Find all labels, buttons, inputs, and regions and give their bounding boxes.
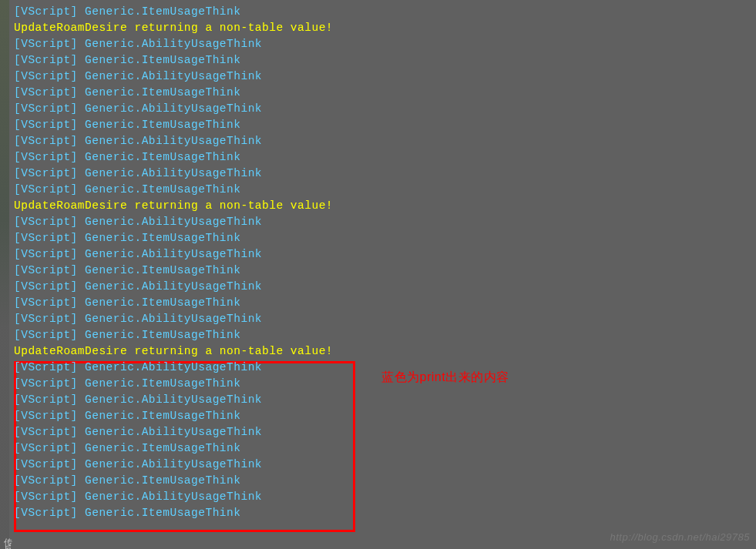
script-tag: [VScript] bbox=[14, 280, 85, 293]
console-line: [VScript] Generic.ItemUsageThink bbox=[14, 4, 756, 20]
script-tag: [VScript] bbox=[14, 361, 85, 373]
console-line: [VScript] Generic.ItemUsageThink bbox=[14, 295, 756, 311]
script-tag: [VScript] bbox=[14, 135, 85, 147]
console-line: [VScript] Generic.ItemUsageThink bbox=[14, 52, 756, 69]
console-line: [VScript] Generic.AbilityUsageThink bbox=[14, 133, 756, 149]
console-line: [VScript] Generic.ItemUsageThink bbox=[14, 182, 756, 198]
console-line: [VScript] Generic.AbilityUsageThink bbox=[14, 489, 756, 505]
script-message: Generic.AbilityUsageThink bbox=[85, 248, 262, 260]
script-message: Generic.ItemUsageThink bbox=[85, 151, 240, 163]
script-message: Generic.ItemUsageThink bbox=[85, 442, 240, 454]
script-message: Generic.ItemUsageThink bbox=[85, 410, 240, 422]
script-tag: [VScript] bbox=[14, 313, 85, 325]
script-tag: [VScript] bbox=[14, 507, 85, 519]
script-tag: [VScript] bbox=[14, 264, 85, 276]
watermark-text: http://blog.csdn.net/hai29785 bbox=[610, 531, 750, 543]
script-message: Generic.AbilityUsageThink bbox=[85, 490, 262, 503]
console-line: [VScript] Generic.ItemUsageThink bbox=[14, 230, 756, 246]
console-line: [VScript] Generic.AbilityUsageThink bbox=[14, 69, 756, 85]
script-message: Generic.ItemUsageThink bbox=[85, 86, 240, 99]
console-line: [VScript] Generic.ItemUsageThink bbox=[14, 117, 756, 133]
script-tag: [VScript] bbox=[14, 296, 85, 309]
script-message: Generic.ItemUsageThink bbox=[85, 232, 240, 244]
script-message: Generic.AbilityUsageThink bbox=[85, 458, 262, 470]
script-tag: [VScript] bbox=[14, 377, 85, 390]
script-tag: [VScript] bbox=[14, 490, 85, 503]
script-tag: [VScript] bbox=[14, 248, 85, 260]
console-line: [VScript] Generic.AbilityUsageThink bbox=[14, 246, 756, 263]
script-message: Generic.AbilityUsageThink bbox=[85, 361, 262, 373]
script-tag: [VScript] bbox=[14, 102, 85, 115]
console-line: [VScript] Generic.ItemUsageThink bbox=[14, 408, 756, 424]
script-tag: [VScript] bbox=[14, 393, 85, 406]
script-tag: [VScript] bbox=[14, 54, 85, 66]
console-output[interactable]: [VScript] Generic.ItemUsageThinkUpdateRo… bbox=[14, 4, 756, 521]
console-line: [VScript] Generic.ItemUsageThink bbox=[14, 149, 756, 166]
script-tag: [VScript] bbox=[14, 426, 85, 438]
console-line: [VScript] Generic.AbilityUsageThink bbox=[14, 101, 756, 117]
console-line: UpdateRoamDesire returning a non-table v… bbox=[14, 198, 756, 214]
script-message: Generic.AbilityUsageThink bbox=[85, 426, 262, 438]
console-line: [VScript] Generic.ItemUsageThink bbox=[14, 327, 756, 343]
console-line: [VScript] Generic.AbilityUsageThink bbox=[14, 36, 756, 52]
script-tag: [VScript] bbox=[14, 474, 85, 487]
script-message: Generic.AbilityUsageThink bbox=[85, 280, 262, 293]
script-tag: [VScript] bbox=[14, 151, 85, 163]
script-message: Generic.ItemUsageThink bbox=[85, 377, 240, 390]
script-message: Generic.AbilityUsageThink bbox=[85, 70, 262, 82]
console-line: [VScript] Generic.AbilityUsageThink bbox=[14, 457, 756, 473]
console-line: [VScript] Generic.AbilityUsageThink bbox=[14, 166, 756, 182]
script-tag: [VScript] bbox=[14, 329, 85, 341]
console-line: [VScript] Generic.AbilityUsageThink bbox=[14, 311, 756, 327]
left-window-edge bbox=[0, 0, 9, 549]
script-tag: [VScript] bbox=[14, 86, 85, 99]
script-tag: [VScript] bbox=[14, 70, 85, 82]
script-message: Generic.AbilityUsageThink bbox=[85, 38, 262, 50]
console-line: [VScript] Generic.ItemUsageThink bbox=[14, 473, 756, 489]
script-tag: [VScript] bbox=[14, 183, 85, 196]
script-tag: [VScript] bbox=[14, 5, 85, 18]
script-message: Generic.ItemUsageThink bbox=[85, 329, 240, 341]
script-message: Generic.AbilityUsageThink bbox=[85, 102, 262, 115]
script-message: Generic.ItemUsageThink bbox=[85, 54, 240, 66]
script-tag: [VScript] bbox=[14, 38, 85, 50]
script-tag: [VScript] bbox=[14, 216, 85, 228]
console-line: [VScript] Generic.ItemUsageThink bbox=[14, 505, 756, 521]
script-tag: [VScript] bbox=[14, 458, 85, 470]
console-line: [VScript] Generic.ItemUsageThink bbox=[14, 376, 756, 392]
script-message: Generic.ItemUsageThink bbox=[85, 119, 240, 131]
console-line: [VScript] Generic.ItemUsageThink bbox=[14, 440, 756, 457]
script-tag: [VScript] bbox=[14, 167, 85, 179]
console-line: [VScript] Generic.AbilityUsageThink bbox=[14, 392, 756, 408]
script-message: Generic.ItemUsageThink bbox=[85, 264, 240, 276]
warning-message: UpdateRoamDesire returning a non-table v… bbox=[14, 345, 333, 357]
console-line: [VScript] Generic.ItemUsageThink bbox=[14, 263, 756, 279]
script-message: Generic.ItemUsageThink bbox=[85, 296, 240, 309]
script-message: Generic.AbilityUsageThink bbox=[85, 216, 262, 228]
script-message: Generic.AbilityUsageThink bbox=[85, 313, 262, 325]
warning-message: UpdateRoamDesire returning a non-table v… bbox=[14, 199, 333, 212]
script-message: Generic.ItemUsageThink bbox=[85, 507, 240, 519]
script-message: Generic.ItemUsageThink bbox=[85, 5, 240, 18]
console-line: [VScript] Generic.AbilityUsageThink bbox=[14, 279, 756, 295]
console-line: [VScript] Generic.ItemUsageThink bbox=[14, 85, 756, 101]
script-tag: [VScript] bbox=[14, 119, 85, 131]
console-line: [VScript] Generic.AbilityUsageThink bbox=[14, 360, 756, 376]
bottom-left-chars: 传 反 bbox=[2, 531, 13, 537]
warning-message: UpdateRoamDesire returning a non-table v… bbox=[14, 22, 333, 34]
script-message: Generic.ItemUsageThink bbox=[85, 474, 240, 487]
console-line: [VScript] Generic.AbilityUsageThink bbox=[14, 424, 756, 440]
script-tag: [VScript] bbox=[14, 442, 85, 454]
script-message: Generic.AbilityUsageThink bbox=[85, 393, 262, 406]
console-line: UpdateRoamDesire returning a non-table v… bbox=[14, 343, 756, 360]
script-tag: [VScript] bbox=[14, 410, 85, 422]
console-line: UpdateRoamDesire returning a non-table v… bbox=[14, 20, 756, 36]
script-message: Generic.AbilityUsageThink bbox=[85, 135, 262, 147]
script-tag: [VScript] bbox=[14, 232, 85, 244]
console-line: [VScript] Generic.AbilityUsageThink bbox=[14, 214, 756, 230]
script-message: Generic.ItemUsageThink bbox=[85, 183, 240, 196]
script-message: Generic.AbilityUsageThink bbox=[85, 167, 262, 179]
